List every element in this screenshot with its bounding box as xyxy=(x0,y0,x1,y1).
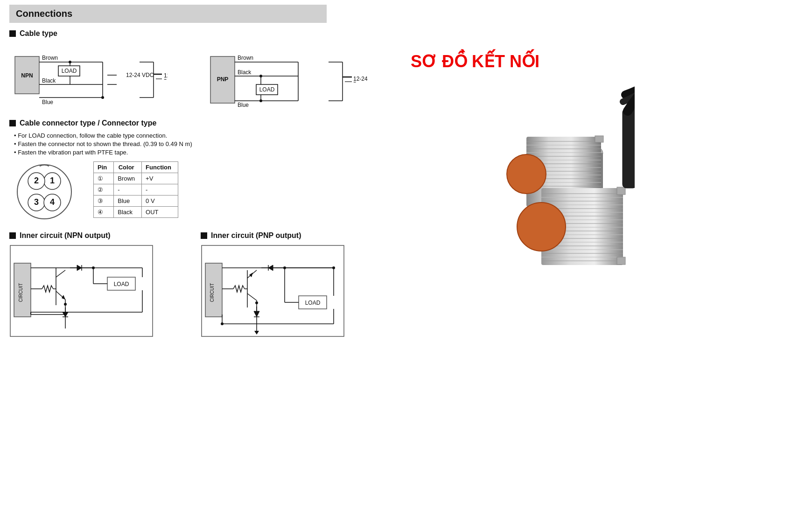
svg-text:LOAD: LOAD xyxy=(114,281,129,287)
pnp-circuit-diagram: PNP Brown Black LOAD xyxy=(210,42,368,108)
pin-cell-pin: ④ xyxy=(94,207,114,218)
pnp-battery-svg: 12-24 VDC ⁼ xyxy=(326,42,368,108)
npn-inner-svg: CIRCUIT xyxy=(9,245,154,338)
svg-point-145 xyxy=(507,154,546,194)
viet-title: SƠ ĐỒ KẾT NỐI xyxy=(411,52,539,71)
svg-text:Blue: Blue xyxy=(42,99,53,105)
inner-circuits: Inner circuit (NPN output) CIRCUIT xyxy=(9,231,392,339)
pin-cell-function: +V xyxy=(142,173,178,184)
npn-inner-circuit: Inner circuit (NPN output) CIRCUIT xyxy=(9,231,163,339)
svg-text:⁼: ⁼ xyxy=(164,77,167,84)
pin-cell-function: 0 V xyxy=(142,196,178,207)
svg-point-122 xyxy=(283,266,286,269)
pin-cell-color: Blue xyxy=(114,196,142,207)
pnp-inner-circuit: Inner circuit (PNP output) CIRCUIT xyxy=(201,231,355,339)
pin-table-row: ④BlackOUT xyxy=(94,207,178,218)
pin-cell-color: - xyxy=(114,184,142,196)
pnp-svg: PNP Brown Black LOAD xyxy=(210,42,331,108)
svg-text:CIRCUIT: CIRCUIT xyxy=(210,283,215,302)
svg-rect-57 xyxy=(10,245,153,336)
left-content: NPN Brown LOAD xyxy=(9,42,392,339)
connector-notes: For LOAD connection, follow the cable ty… xyxy=(14,132,392,156)
pin-cell-pin: ① xyxy=(94,173,114,184)
connector-note-2: Fasten the connector not to shown the th… xyxy=(14,140,392,147)
svg-point-17 xyxy=(101,96,104,99)
cable-type-label: Cable type xyxy=(20,29,57,38)
cable-type-section-title: Cable type xyxy=(9,29,803,38)
npn-svg: NPN Brown LOAD xyxy=(14,42,126,108)
svg-point-48 xyxy=(17,165,71,219)
svg-text:4: 4 xyxy=(50,197,55,207)
npn-inner-square-icon xyxy=(9,232,16,239)
sensor-image xyxy=(411,81,635,277)
svg-text:1: 1 xyxy=(50,176,55,185)
pin-cell-function: - xyxy=(142,184,178,196)
pin-cell-pin: ③ xyxy=(94,196,114,207)
pin-cell-color: Black xyxy=(114,207,142,218)
svg-point-168 xyxy=(517,203,566,251)
connector-diagram-row: 1 2 3 4 Pin Color xyxy=(14,161,392,222)
pnp-inner-square-icon xyxy=(201,232,207,239)
svg-point-72 xyxy=(64,303,67,306)
svg-rect-169 xyxy=(617,187,625,195)
connector-type-section: Cable connector type / Connector type Fo… xyxy=(9,119,392,222)
pin-table-row: ③Blue0 V xyxy=(94,196,178,207)
svg-point-39 xyxy=(259,99,262,102)
connector-type-label: Cable connector type / Connector type xyxy=(20,119,156,127)
svg-point-107 xyxy=(255,301,258,304)
svg-text:Brown: Brown xyxy=(42,55,58,61)
section-square-icon xyxy=(9,30,16,37)
pin-cell-color: Brown xyxy=(114,173,142,184)
pin-table-row: ②-- xyxy=(94,184,178,196)
npn-inner-label: Inner circuit (NPN output) xyxy=(20,231,111,240)
svg-text:Brown: Brown xyxy=(238,55,253,61)
svg-text:Black: Black xyxy=(42,77,56,84)
svg-rect-146 xyxy=(595,136,603,142)
pin-header-function: Function xyxy=(142,162,178,173)
connections-header: Connections xyxy=(9,5,327,23)
right-content: SƠ ĐỒ KẾT NỐI xyxy=(392,42,803,339)
pin-cell-pin: ② xyxy=(94,184,114,196)
svg-text:PNP: PNP xyxy=(217,76,229,83)
svg-point-123 xyxy=(332,266,335,269)
pnp-inner-title: Inner circuit (PNP output) xyxy=(201,231,355,240)
cable-diagrams: NPN Brown LOAD xyxy=(14,42,392,108)
svg-text:2: 2 xyxy=(34,176,39,185)
svg-point-89 xyxy=(92,266,95,269)
npn-inner-title: Inner circuit (NPN output) xyxy=(9,231,163,240)
connector-square-icon xyxy=(9,120,16,126)
pin-cell-function: OUT xyxy=(142,207,178,218)
pnp-inner-svg: CIRCUIT xyxy=(201,245,345,338)
pin-circle-diagram: 1 2 3 4 xyxy=(14,161,75,222)
connector-note-1: For LOAD connection, follow the cable ty… xyxy=(14,132,392,139)
pin-table-row: ①Brown+V xyxy=(94,173,178,184)
svg-text:⁼: ⁼ xyxy=(353,80,356,86)
svg-rect-171 xyxy=(623,109,635,188)
svg-text:CIRCUIT: CIRCUIT xyxy=(18,283,23,302)
npn-battery-svg: 12-24 VDC ⁼ xyxy=(130,42,168,108)
svg-text:LOAD: LOAD xyxy=(305,300,321,306)
connector-type-section-title: Cable connector type / Connector type xyxy=(9,119,392,127)
svg-rect-170 xyxy=(617,257,625,265)
svg-text:Blue: Blue xyxy=(238,102,249,108)
npn-circuit-diagram: NPN Brown LOAD xyxy=(14,42,168,108)
pin-table: Pin Color Function ①Brown+V②--③Blue0 V④B… xyxy=(93,161,178,218)
pin-header-pin: Pin xyxy=(94,162,114,173)
svg-text:3: 3 xyxy=(34,197,39,207)
svg-text:NPN: NPN xyxy=(21,72,33,79)
svg-text:LOAD: LOAD xyxy=(62,68,77,74)
svg-text:Black: Black xyxy=(238,69,252,76)
pnp-inner-label: Inner circuit (PNP output) xyxy=(211,231,301,240)
svg-point-124 xyxy=(221,322,224,325)
svg-text:LOAD: LOAD xyxy=(259,86,275,93)
connector-note-3: Fasten the vibration part with PTFE tape… xyxy=(14,149,392,156)
pin-header-color: Color xyxy=(114,162,142,173)
